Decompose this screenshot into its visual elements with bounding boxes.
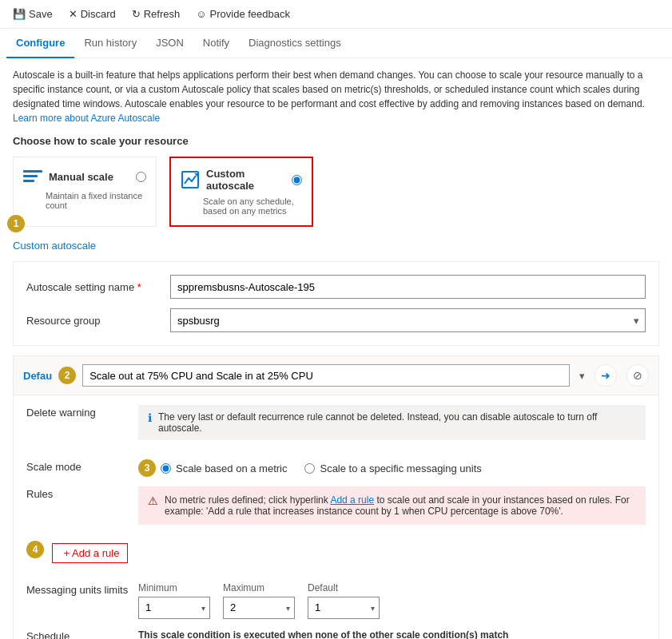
default-group: Default 1 ▾ xyxy=(308,582,380,619)
condition-prefix-label: Defau xyxy=(23,370,52,382)
tab-configure[interactable]: Configure xyxy=(6,29,74,58)
manual-scale-radio[interactable] xyxy=(136,172,146,182)
scale-specific-label: Scale to a specific messaging units xyxy=(320,462,481,474)
badge-4: 4 xyxy=(26,541,44,558)
rules-label: Rules xyxy=(26,486,138,500)
scale-mode-label: Scale mode xyxy=(26,459,138,473)
condition-header: Defau 2 ▾ ➜ ⊘ xyxy=(14,356,658,395)
discard-icon: ✕ xyxy=(69,8,78,20)
settings-box: Autoscale setting name * Resource group … xyxy=(13,261,659,346)
badge-2: 2 xyxy=(58,367,76,384)
maximum-label: Maximum xyxy=(223,582,295,593)
svg-rect-2 xyxy=(23,180,34,182)
discard-label: Discard xyxy=(81,8,116,20)
custom-autoscale-section-label: Custom autoscale xyxy=(13,240,659,252)
autoscale-name-input[interactable] xyxy=(170,275,646,299)
custom-autoscale-title: Custom autoscale xyxy=(206,168,285,192)
messaging-units-row: Messaging units limits Minimum 1 ▾ xyxy=(26,582,646,619)
badge-3: 3 xyxy=(138,459,156,477)
toolbar: 💾 Save ✕ Discard ↻ Refresh ☺ Provide fee… xyxy=(0,0,672,29)
autoscale-name-row: Autoscale setting name * xyxy=(26,275,646,299)
scale-specific-option[interactable]: Scale to a specific messaging units xyxy=(304,462,481,474)
rules-error-box: ⚠ No metric rules defined; click hyperli… xyxy=(138,486,646,525)
tab-notify[interactable]: Notify xyxy=(193,29,239,58)
choose-title: Choose how to scale your resource xyxy=(13,135,659,147)
autoscale-name-label: Autoscale setting name * xyxy=(26,281,170,293)
manual-scale-header: Manual scale xyxy=(23,167,146,186)
rules-content: ⚠ No metric rules defined; click hyperli… xyxy=(138,486,646,531)
custom-autoscale-icon xyxy=(181,170,200,189)
badge-1: 1 xyxy=(7,215,25,232)
svg-rect-0 xyxy=(23,170,42,173)
custom-autoscale-option[interactable]: Custom autoscale Scale on any schedule, … xyxy=(169,157,313,227)
add-rule-link[interactable]: Add a rule xyxy=(330,494,374,506)
delete-warning-label: Delete warning xyxy=(26,405,138,419)
delete-warning-box: ℹ The very last or default recurrence ru… xyxy=(138,405,646,440)
maximum-select[interactable]: 2 xyxy=(223,597,295,619)
tabs-bar: Configure Run history JSON Notify Diagno… xyxy=(0,29,672,58)
schedule-content: This scale condition is executed when no… xyxy=(138,629,646,640)
refresh-label: Refresh xyxy=(144,8,181,20)
scale-metric-radio[interactable] xyxy=(161,463,171,474)
condition-chevron-down: ▾ xyxy=(579,370,585,382)
condition-name-input[interactable] xyxy=(82,364,570,387)
default-select-wrapper: 1 ▾ xyxy=(308,597,380,619)
rules-row: Rules ⚠ No metric rules defined; click h… xyxy=(26,486,646,531)
save-button[interactable]: 💾 Save xyxy=(6,5,59,23)
add-rule-row: 4 + Add a rule xyxy=(26,541,646,573)
refresh-button[interactable]: ↻ Refresh xyxy=(125,5,187,23)
feedback-button[interactable]: ☺ Provide feedback xyxy=(189,5,296,23)
resource-group-row: Resource group spsbusrg ▾ xyxy=(26,308,646,332)
feedback-label: Provide feedback xyxy=(210,8,290,20)
condition-forward-button[interactable]: ➜ xyxy=(594,364,617,387)
tab-diagnostics[interactable]: Diagnostics settings xyxy=(239,29,351,58)
feedback-icon: ☺ xyxy=(196,8,206,20)
main-content: Autoscale is a built-in feature that hel… xyxy=(0,58,672,639)
delete-warning-row: Delete warning ℹ The very last or defaul… xyxy=(26,405,646,450)
default-label: Default xyxy=(308,582,380,593)
msg-units-group: Minimum 1 ▾ Maximum xyxy=(138,582,646,619)
minimum-label: Minimum xyxy=(138,582,210,593)
maximum-group: Maximum 2 ▾ xyxy=(223,582,295,619)
manual-scale-title: Manual scale xyxy=(49,171,113,183)
save-label: Save xyxy=(29,8,53,20)
scale-specific-radio[interactable] xyxy=(304,463,315,474)
custom-autoscale-radio[interactable] xyxy=(292,175,302,185)
scale-options: Manual scale Maintain a fixed instance c… xyxy=(13,157,659,227)
scale-metric-option[interactable]: Scale based on a metric xyxy=(161,462,287,474)
manual-scale-icon xyxy=(23,167,42,186)
minimum-select[interactable]: 1 xyxy=(138,597,210,619)
resource-group-select-wrapper: spsbusrg ▾ xyxy=(170,308,646,332)
tab-json[interactable]: JSON xyxy=(146,29,193,58)
maximum-select-wrapper: 2 ▾ xyxy=(223,597,295,619)
messaging-units-label: Messaging units limits xyxy=(26,582,138,596)
tab-run-history[interactable]: Run history xyxy=(74,29,146,58)
manual-scale-option[interactable]: Manual scale Maintain a fixed instance c… xyxy=(13,157,157,227)
rules-error-text: No metric rules defined; click hyperlink… xyxy=(165,494,636,517)
condition-body: Delete warning ℹ The very last or defaul… xyxy=(14,395,658,639)
custom-autoscale-header: Custom autoscale xyxy=(181,168,302,192)
condition-disable-button[interactable]: ⊘ xyxy=(626,364,649,387)
minimum-select-wrapper: 1 ▾ xyxy=(138,597,210,619)
learn-more-link[interactable]: Learn more about Azure Autoscale xyxy=(13,113,160,124)
resource-group-select[interactable]: spsbusrg xyxy=(170,308,646,332)
scale-mode-content: 3 Scale based on a metric Scale to a spe… xyxy=(138,459,646,477)
messaging-units-content: Minimum 1 ▾ Maximum xyxy=(138,582,646,619)
svg-rect-1 xyxy=(23,175,38,177)
required-marker: * xyxy=(137,281,141,293)
scale-mode-row: Scale mode 3 Scale based on a metric Sca… xyxy=(26,459,646,477)
info-icon: ℹ xyxy=(148,411,152,424)
schedule-label: Schedule xyxy=(26,629,138,640)
error-icon: ⚠ xyxy=(148,494,158,507)
add-rule-button[interactable]: + Add a rule xyxy=(52,543,129,563)
minimum-group: Minimum 1 ▾ xyxy=(138,582,210,619)
save-icon: 💾 xyxy=(13,8,26,20)
description-text: Autoscale is a built-in feature that hel… xyxy=(13,68,659,125)
refresh-icon: ↻ xyxy=(132,8,141,20)
discard-button[interactable]: ✕ Discard xyxy=(62,5,122,23)
default-select[interactable]: 1 xyxy=(308,597,380,619)
condition-box: Defau 2 ▾ ➜ ⊘ Delete warning ℹ The very … xyxy=(13,355,659,639)
manual-scale-desc: Maintain a fixed instance count xyxy=(23,191,146,210)
delete-warning-text: The very last or default recurrence rule… xyxy=(158,411,636,434)
custom-autoscale-desc: Scale on any schedule, based on any metr… xyxy=(181,196,302,216)
